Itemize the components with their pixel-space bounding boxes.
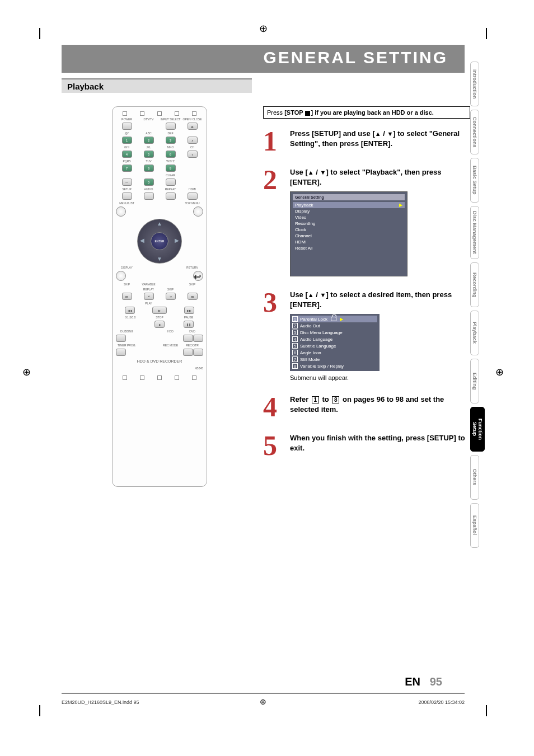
step-number: 1 — [263, 129, 290, 154]
step-text: Use [▲ / ▼] to select a desired item, th… — [290, 290, 470, 309]
tab-editing: Editing — [470, 359, 479, 403]
lang-code: EN — [405, 675, 420, 688]
menu-item: HDMI — [295, 240, 306, 245]
lock-icon — [331, 317, 336, 321]
crop-mark — [39, 705, 40, 716]
menu-item: Display — [295, 209, 310, 214]
step-number: 2 — [263, 167, 290, 276]
step-2: 2 Use [▲ / ▼] to select "Playback", then… — [263, 167, 470, 276]
tab-connections: Connections — [470, 110, 479, 154]
menu-item: Video — [295, 215, 306, 220]
general-setting-menu: General Setting Playback▶ Display Video … — [290, 191, 407, 276]
step-text: Use [▲ / ▼] to select "Playback", then p… — [290, 167, 470, 187]
crop-mark — [39, 28, 40, 39]
page-title: GENERAL SETTING — [264, 48, 448, 67]
submenu-item: Audio Out — [300, 323, 320, 328]
footer-meta-left: E2M20UD_H2160SL9_EN.indd 95 — [62, 699, 139, 705]
title-bar: GENERAL SETTING — [62, 45, 465, 73]
footer-meta-right: 2008/02/20 15:34:02 — [418, 699, 465, 705]
submenu-item: Subtitle Language — [300, 344, 336, 349]
registration-mark-top: ⊕ — [259, 22, 268, 35]
step-number: 4 — [263, 395, 290, 420]
menu-item: Channel — [295, 233, 312, 238]
step-text: Press [SETUP] and use [▲ / ▼] to select … — [290, 129, 470, 148]
crop-mark — [486, 705, 487, 716]
step-5: 5 When you finish with the setting, pres… — [263, 433, 470, 458]
step-text: When you finish with the setting, press … — [290, 433, 470, 453]
submenu-item: Angle Icon — [300, 350, 321, 355]
tab-espanol: Español — [470, 503, 479, 548]
tab-introduction: Introduction — [470, 62, 479, 106]
menu-item: Recording — [295, 221, 315, 226]
step-4: 4 Refer 1 to 8 on pages 96 to 98 and set… — [263, 395, 470, 420]
menu-item: Playback — [295, 203, 313, 208]
page-number: 95 — [430, 675, 442, 688]
submenu-item: Parental Lock — [300, 317, 327, 322]
crop-mark — [486, 28, 487, 39]
tab-function-setup: Function Setup — [470, 407, 485, 452]
step-text: Refer 1 to 8 on pages 96 to 98 and set t… — [290, 395, 470, 414]
tab-basic-setup: Basic Setup — [470, 158, 479, 203]
menu-item: Clock — [295, 227, 306, 232]
step-number: 5 — [263, 433, 290, 458]
step-number: 3 — [263, 290, 290, 381]
submenu-item: Audio Language — [300, 337, 332, 342]
submenu-item: Variable Skip / Replay — [300, 364, 344, 369]
notice-box: Press [STOP ] if you are playing back an… — [263, 106, 470, 119]
page-footer: EN 95 — [405, 675, 442, 688]
side-tabs: Introduction Connections Basic Setup Dis… — [470, 62, 483, 551]
playback-submenu: 1Parental Lock▶ 2Audio Out 3Disc Menu La… — [290, 314, 380, 371]
tab-recording: Recording — [470, 262, 479, 307]
registration-mark-bottom: ⊕ — [260, 697, 266, 706]
tab-playback: Playback — [470, 311, 479, 355]
menu-arrow-icon: ▶ — [340, 317, 343, 322]
section-bar: Playback — [62, 78, 252, 93]
submenu-item: Disc Menu Language — [300, 330, 343, 335]
submenu-item: Still Mode — [300, 357, 320, 362]
tab-disc-management: Disc Management — [470, 206, 479, 259]
tab-others: Others — [470, 455, 479, 500]
step-1: 1 Press [SETUP] and use [▲ / ▼] to selec… — [263, 129, 470, 154]
remote-illustration: POWERDTV/TVINPUT SELECTOPEN/ CLOSE ⏏ .@/… — [112, 106, 207, 487]
notice-text: Press — [267, 109, 284, 116]
menu-item: Reset All — [295, 246, 313, 251]
menu-arrow-icon: ▶ — [399, 203, 402, 208]
registration-mark-left: ⊕ — [22, 366, 31, 378]
footer-rule — [62, 693, 465, 694]
step-3: 3 Use [▲ / ▼] to select a desired item, … — [263, 290, 470, 381]
step-subtext: Submenu will appear. — [290, 374, 470, 381]
section-title: Playback — [62, 79, 252, 93]
menu-header: General Setting — [295, 195, 324, 199]
registration-mark-right: ⊕ — [495, 366, 504, 378]
stop-icon — [305, 111, 310, 116]
